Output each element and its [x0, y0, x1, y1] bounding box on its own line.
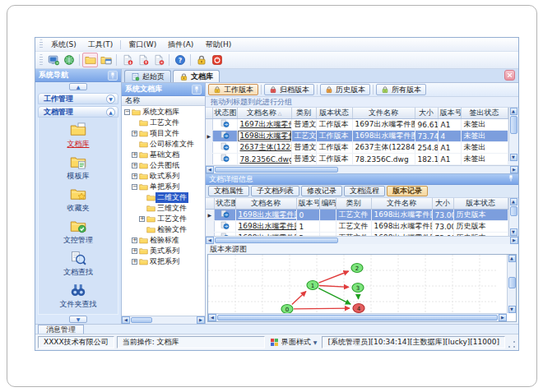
- pin-icon[interactable]: [108, 71, 118, 81]
- status-cell[interactable]: [214, 210, 235, 221]
- scroll-down-icon[interactable]: ▼: [510, 154, 517, 161]
- column-header[interactable]: 文档名称: [235, 198, 296, 210]
- tree-node[interactable]: 公司标准文件: [122, 139, 205, 150]
- sidebar-group-document[interactable]: 文档管理▲: [38, 106, 118, 118]
- scroll-up-icon[interactable]: ▲: [510, 108, 517, 115]
- pin-icon[interactable]: [507, 174, 515, 184]
- detail-tab[interactable]: 修改记录: [301, 186, 342, 196]
- cell-code[interactable]: [319, 221, 336, 233]
- scroll-right-icon[interactable]: ▶: [510, 237, 518, 244]
- sidebar-group-work[interactable]: 工作管理▼: [38, 93, 118, 104]
- scroll-left-icon[interactable]: ◀: [122, 316, 130, 324]
- desktop-button[interactable]: [45, 53, 61, 67]
- column-header[interactable]: 文件名称: [352, 108, 415, 119]
- sidebar-item[interactable]: 文档库: [67, 122, 90, 150]
- scroll-thumb[interactable]: [215, 238, 338, 243]
- column-header[interactable]: 编码: [319, 198, 336, 210]
- cell-version_state[interactable]: 工作版本: [316, 142, 352, 154]
- cell-category[interactable]: 普通文档: [291, 142, 316, 154]
- version-filter-button[interactable]: 所有版本: [376, 84, 426, 95]
- cell-file[interactable]: 1698出水嘴零件图.dwg: [352, 131, 415, 142]
- sidebar-item[interactable]: 文件夹查找: [60, 282, 97, 310]
- scroll-down-icon[interactable]: ▼: [510, 228, 517, 236]
- interface-style-dropdown[interactable]: 界面样式 ▼: [267, 336, 320, 348]
- cell-category[interactable]: 工艺文件: [291, 131, 316, 142]
- column-header[interactable]: 大小: [432, 198, 453, 210]
- cell-category[interactable]: 工艺文件: [336, 221, 371, 233]
- tree-node[interactable]: 检验文件: [122, 224, 205, 235]
- column-header[interactable]: 状态图: [212, 108, 237, 119]
- cell-checkout[interactable]: 未签出: [461, 142, 508, 154]
- tree-node[interactable]: 三维文件: [122, 203, 205, 214]
- chevron-up-icon[interactable]: ▲: [106, 108, 115, 117]
- tab-document-library[interactable]: 文档库: [173, 70, 220, 82]
- scroll-thumb[interactable]: [215, 167, 338, 173]
- expand-icon[interactable]: +: [132, 248, 137, 254]
- scroll-right-icon[interactable]: ▶: [510, 166, 518, 173]
- globe-button[interactable]: [61, 53, 77, 67]
- cell-name[interactable]: 1698出水嘴零件图.dwg: [237, 131, 291, 142]
- cell-checkout[interactable]: 未签出: [461, 131, 508, 142]
- tab-start-page[interactable]: 起始页: [124, 70, 171, 82]
- version-filter-button[interactable]: 历史版本: [320, 84, 370, 95]
- scroll-thumb[interactable]: [217, 315, 498, 321]
- cell-name[interactable]: 1698出水嘴零件图.dwg: [235, 210, 296, 221]
- version-node[interactable]: 3: [352, 284, 364, 293]
- cell-category[interactable]: 普通文档: [291, 154, 316, 165]
- expand-icon[interactable]: +: [139, 216, 145, 222]
- expand-icon[interactable]: +: [132, 238, 137, 243]
- cell-size[interactable]: 73.74KB: [415, 131, 438, 142]
- version-node[interactable]: 1: [307, 281, 318, 290]
- folder-open-button[interactable]: [82, 53, 98, 67]
- column-header[interactable]: 版本状态: [316, 108, 352, 119]
- status-cell[interactable]: [212, 131, 237, 142]
- menu-item[interactable]: 插件(A): [162, 38, 199, 52]
- menu-grip[interactable]: [39, 39, 43, 48]
- tree-node[interactable]: +检验标准: [122, 235, 205, 246]
- tree-node[interactable]: +基础文档: [122, 150, 205, 160]
- scroll-thumb[interactable]: [508, 277, 516, 288]
- cell-checkout[interactable]: 未签出: [461, 154, 508, 165]
- sidebar-item[interactable]: 文控管理: [63, 218, 93, 246]
- status-cell[interactable]: [214, 221, 235, 233]
- document-undo-button[interactable]: [151, 53, 166, 67]
- sidebar-item[interactable]: 收藏夹: [67, 186, 90, 214]
- cell-size[interactable]: 96.61KB: [415, 119, 438, 131]
- lock-button[interactable]: [193, 53, 209, 67]
- tree-column-header[interactable]: 名称: [122, 96, 205, 106]
- detail-tab[interactable]: 子文档列表: [251, 186, 299, 196]
- cell-name[interactable]: 1698出水嘴零件图.dwg: [235, 221, 296, 233]
- status-cell[interactable]: [212, 154, 237, 165]
- detail-tab[interactable]: 文档属性: [208, 186, 249, 196]
- cell-category[interactable]: 普通文档: [291, 119, 316, 131]
- scroll-thumb[interactable]: [510, 206, 517, 216]
- cell-version[interactable]: 4: [438, 131, 461, 142]
- sidebar-item[interactable]: 文档查找: [63, 250, 93, 278]
- sidebar-item[interactable]: 模板库: [67, 154, 90, 182]
- scroll-down-icon[interactable]: ▼: [508, 306, 516, 313]
- menu-item[interactable]: 系统(S): [45, 38, 82, 52]
- table-row[interactable]: ▶1698出水嘴零件图.dwg0工艺文件1698出水嘴零件图.dwg73.00K…: [206, 210, 508, 221]
- cell-name[interactable]: 2637主体(12284).dwg: [237, 142, 291, 154]
- cell-version_state[interactable]: 工作版本: [316, 119, 352, 131]
- tree-node[interactable]: +双把系列: [122, 256, 205, 267]
- cell-checkout[interactable]: 未签出: [461, 119, 508, 131]
- tree-node[interactable]: 工艺文件: [122, 118, 205, 128]
- exit-button[interactable]: [209, 53, 225, 67]
- cell-code[interactable]: [319, 210, 336, 221]
- version-node[interactable]: 0: [281, 305, 293, 314]
- column-header[interactable]: 文档名称△: [237, 108, 291, 119]
- collapse-icon[interactable]: −: [132, 184, 137, 190]
- scroll-up-icon[interactable]: ▲: [508, 255, 516, 262]
- scroll-thumb[interactable]: [131, 317, 152, 323]
- scroll-left-icon[interactable]: ◀: [208, 314, 216, 321]
- cell-version[interactable]: A1: [438, 119, 461, 131]
- tree-node[interactable]: 二维文件: [122, 192, 205, 203]
- cell-name[interactable]: 78.2356C.dwg: [237, 154, 291, 165]
- toolbar-grip[interactable]: [39, 54, 43, 66]
- pin-icon[interactable]: [192, 85, 202, 95]
- cell-size[interactable]: 73.00KB: [432, 221, 453, 233]
- cell-file[interactable]: 1697出水嘴零件图.dwg: [352, 119, 415, 131]
- column-header[interactable]: 版本号: [438, 108, 461, 119]
- expand-icon[interactable]: +: [132, 163, 137, 168]
